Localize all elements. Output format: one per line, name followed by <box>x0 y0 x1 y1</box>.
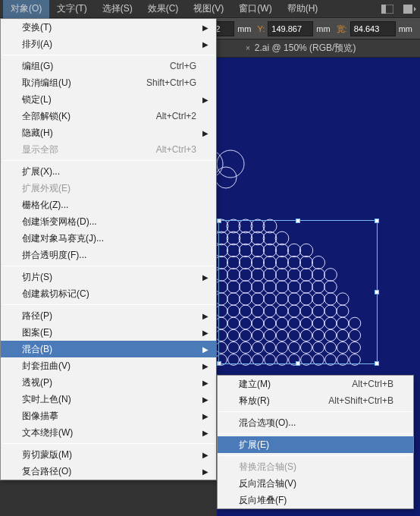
menu-item-label: 混合选项(O)... <box>239 417 296 429</box>
menu-item[interactable]: 取消编组(U)Shift+Ctrl+G <box>1 74 216 91</box>
menu-item-label: 文本绕排(W) <box>22 426 73 439</box>
handle-sw[interactable] <box>217 361 221 366</box>
submenu-arrow-icon: ▶ <box>202 273 208 282</box>
menu-item[interactable]: 扩展(X)... <box>1 163 216 180</box>
menu-item[interactable]: 混合(B)▶ <box>1 341 216 357</box>
menu-item[interactable]: 栅格化(Z)... <box>1 197 216 213</box>
handle-nw[interactable] <box>217 219 221 223</box>
menu-item-label: 剪切蒙版(M) <box>22 448 72 461</box>
menu-item[interactable]: 实时上色(N)▶ <box>1 391 216 407</box>
submenu-arrow-icon: ▶ <box>202 467 208 476</box>
tab-close-icon[interactable]: × <box>246 44 250 52</box>
menu-object[interactable]: 对象(O) <box>3 0 49 18</box>
menu-item[interactable]: 文本绕排(W)▶ <box>1 424 216 441</box>
menu-item-label: 路径(P) <box>22 310 52 322</box>
menu-item-label: 封套扭曲(V) <box>22 360 71 373</box>
menu-help[interactable]: 帮助(H) <box>280 0 326 18</box>
menu-shortcut: Alt+Ctrl+B <box>352 379 393 389</box>
menu-item-label: 复合路径(O) <box>22 465 71 478</box>
document-tab[interactable]: × 2.ai @ 150% (RGB/预览) <box>240 39 362 58</box>
menu-item[interactable]: 变换(T)▶ <box>1 19 216 36</box>
handle-n[interactable] <box>296 219 300 223</box>
menu-item-label: 隐藏(H) <box>22 127 53 140</box>
menu-shortcut: Shift+Ctrl+G <box>146 77 196 88</box>
menu-item: 扩展外观(E) <box>1 180 216 197</box>
menu-item[interactable]: 路径(P)▶ <box>1 307 216 324</box>
submenu-arrow-icon: ▶ <box>202 451 208 459</box>
menu-item[interactable]: 创建裁切标记(C) <box>1 285 216 302</box>
menu-item[interactable]: 混合选项(O)... <box>218 414 413 431</box>
handle-e[interactable] <box>375 290 379 294</box>
menu-effect[interactable]: 效果(C) <box>140 0 186 18</box>
menu-item-label: 实时上色(N) <box>22 393 71 406</box>
menu-item[interactable]: 封套扭曲(V)▶ <box>1 357 216 374</box>
menu-view[interactable]: 视图(V) <box>186 0 231 18</box>
menu-item[interactable]: 切片(S)▶ <box>1 269 216 285</box>
layout-icon[interactable] <box>381 2 394 16</box>
menu-item[interactable]: 透视(P)▶ <box>1 374 216 391</box>
menu-item-label: 创建渐变网格(D)... <box>22 216 97 228</box>
menu-separator <box>219 411 412 412</box>
menu-item[interactable]: 剪切蒙版(M)▶ <box>1 446 216 463</box>
menu-item-label: 显示全部 <box>22 143 58 156</box>
menu-item-label: 反向堆叠(F) <box>239 494 287 507</box>
menu-item: 替换混合轴(S) <box>218 458 413 475</box>
y-field[interactable] <box>268 21 313 36</box>
blend-submenu: 建立(M)Alt+Ctrl+B释放(R)Alt+Shift+Ctrl+B混合选项… <box>217 375 414 509</box>
menu-item-label: 图案(E) <box>22 326 52 339</box>
w-label: 宽: <box>337 24 347 35</box>
svg-rect-2 <box>403 5 412 14</box>
menu-item[interactable]: 拼合透明度(F)... <box>1 247 216 263</box>
menu-item[interactable]: 编组(G)Ctrl+G <box>1 58 216 74</box>
menu-item[interactable]: 释放(R)Alt+Shift+Ctrl+B <box>218 392 413 409</box>
menu-item-label: 建立(M) <box>239 378 271 391</box>
menu-item-label: 图像描摹 <box>22 410 58 423</box>
menu-item-label: 全部解锁(K) <box>22 110 71 123</box>
w-field[interactable] <box>350 21 396 36</box>
handle-se[interactable] <box>375 361 379 366</box>
submenu-arrow-icon: ▶ <box>202 345 208 354</box>
menu-separator <box>2 304 215 305</box>
submenu-arrow-icon: ▶ <box>202 312 208 320</box>
menu-item[interactable]: 排列(A)▶ <box>1 36 216 52</box>
menu-item[interactable]: 创建渐变网格(D)... <box>1 213 216 230</box>
submenu-arrow-icon: ▶ <box>202 412 208 420</box>
submenu-arrow-icon: ▶ <box>202 129 208 137</box>
w-unit: mm <box>399 24 412 33</box>
submenu-arrow-icon: ▶ <box>202 329 208 337</box>
menu-item-label: 释放(R) <box>239 395 270 407</box>
selection-box[interactable] <box>218 220 378 364</box>
menu-item-label: 扩展(X)... <box>22 165 60 178</box>
menu-select[interactable]: 选择(S) <box>95 0 140 18</box>
menu-separator <box>219 455 412 456</box>
menu-item[interactable]: 扩展(E) <box>218 436 413 453</box>
menu-shortcut: Ctrl+G <box>170 61 196 71</box>
y-unit: mm <box>316 24 330 33</box>
menu-window[interactable]: 窗口(W) <box>231 0 279 18</box>
menu-item[interactable]: 创建对象马赛克(J)... <box>1 230 216 247</box>
submenu-arrow-icon: ▶ <box>202 429 208 437</box>
menu-item[interactable]: 锁定(L)▶ <box>1 91 216 108</box>
menu-item-label: 取消编组(U) <box>22 77 71 90</box>
svg-rect-1 <box>381 5 386 14</box>
menu-item[interactable]: 反向堆叠(F) <box>218 492 413 508</box>
y-label: Y: <box>257 24 265 33</box>
handle-s[interactable] <box>296 361 300 366</box>
menu-item[interactable]: 隐藏(H)▶ <box>1 124 216 141</box>
handle-ne[interactable] <box>375 219 379 223</box>
menu-item[interactable]: 图像描摹▶ <box>1 407 216 424</box>
panel-icon[interactable] <box>403 2 417 16</box>
submenu-arrow-icon: ▶ <box>202 40 208 49</box>
menu-item-label: 扩展外观(E) <box>22 182 71 195</box>
menu-item[interactable]: 全部解锁(K)Alt+Ctrl+2 <box>1 108 216 124</box>
menu-item[interactable]: 图案(E)▶ <box>1 324 216 341</box>
menu-item-label: 替换混合轴(S) <box>239 461 296 474</box>
menu-type[interactable]: 文字(T) <box>49 0 94 18</box>
menu-separator <box>219 433 412 434</box>
menu-item-label: 排列(A) <box>22 38 52 51</box>
menu-item-label: 编组(G) <box>22 60 53 73</box>
menu-item[interactable]: 反向混合轴(V) <box>218 475 413 492</box>
menu-item[interactable]: 建立(M)Alt+Ctrl+B <box>218 376 413 392</box>
menu-item-label: 创建对象马赛克(J)... <box>22 232 104 245</box>
menu-item[interactable]: 复合路径(O)▶ <box>1 463 216 480</box>
